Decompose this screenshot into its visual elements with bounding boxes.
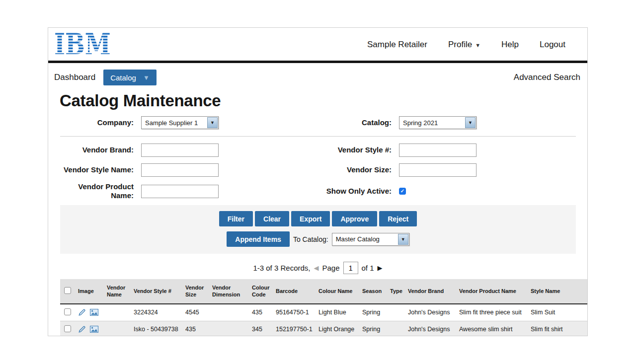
vendor-brand-group: Vendor Brand: (60, 144, 219, 157)
form-divider (60, 136, 576, 137)
filter-button[interactable]: Filter (219, 211, 253, 226)
cell-style-name: Slim Suit (530, 304, 587, 321)
export-button[interactable]: Export (291, 211, 330, 226)
table-row: 3224324454543595164750-1Light BlueSpring… (60, 304, 587, 321)
page-number-input[interactable] (343, 262, 358, 274)
cell-image (77, 304, 106, 321)
top-header: IBM Sample Retailer Profile▼ Help Logout (48, 28, 587, 61)
app-window: IBM Sample Retailer Profile▼ Help Logout… (48, 27, 588, 336)
column-header: Colour Code (251, 279, 275, 304)
image-icon[interactable] (90, 309, 98, 316)
vendor-product-name-input[interactable] (141, 185, 219, 198)
vendor-brand-label: Vendor Brand: (60, 146, 134, 154)
cell-vendor-brand: John's Designs (407, 304, 458, 321)
cell-vendor-size: 435 (184, 321, 211, 336)
form-row-company-catalog: Company: Sample Supplier 1 ▼ Catalog: Sp… (60, 115, 587, 130)
top-nav: Sample Retailer Profile▼ Help Logout (367, 40, 565, 50)
prev-page-icon[interactable]: ◀ (314, 264, 318, 272)
records-count: 1-3 of 3 Records, (253, 264, 310, 272)
cell-vendor-brand: John's Designs (407, 321, 458, 336)
of-total-label: of 1 (362, 264, 374, 272)
chevron-down-icon: ▼ (143, 74, 150, 81)
column-header: Type (389, 279, 407, 304)
clear-button[interactable]: Clear (255, 211, 289, 226)
nav-catalog-dropdown[interactable]: Catalog ▼ (103, 70, 157, 85)
page-title: Catalog Maintenance (60, 91, 587, 110)
vendor-brand-input[interactable] (141, 144, 219, 157)
cell-vendor-product-name: Slim fit three piece suit (458, 304, 530, 321)
retailer-name: Sample Retailer (367, 40, 427, 50)
image-icon[interactable] (90, 326, 98, 333)
cell-type (389, 321, 407, 336)
next-page-icon[interactable]: ▶ (378, 264, 383, 272)
append-items-button[interactable]: Append Items (227, 231, 290, 247)
cell-vendor-dimension (211, 321, 251, 336)
profile-menu[interactable]: Profile▼ (448, 40, 480, 50)
to-catalog-select-value: Master Catalog (332, 235, 398, 243)
filter-form: Company: Sample Supplier 1 ▼ Catalog: Sp… (48, 115, 587, 200)
cell-barcode: 95164750-1 (275, 304, 318, 321)
column-header: Image (77, 279, 106, 304)
chevron-down-icon: ▼ (475, 42, 480, 48)
reject-button[interactable]: Reject (379, 211, 417, 226)
cell-select (60, 321, 77, 336)
show-only-active-checkbox[interactable] (399, 188, 406, 195)
vendor-size-label: Vendor Size: (277, 165, 392, 174)
cell-type (389, 304, 407, 321)
column-header: Barcode (275, 279, 318, 304)
cell-vendor-size: 4545 (184, 304, 211, 321)
edit-icon[interactable] (78, 326, 85, 333)
row-checkbox[interactable] (64, 325, 71, 332)
cell-season: Spring (361, 304, 389, 321)
dropdown-arrow-icon: ▼ (207, 117, 218, 128)
vendor-size-input[interactable] (399, 163, 477, 177)
table-body: 3224324454543595164750-1Light BlueSpring… (60, 304, 587, 336)
nav-dashboard[interactable]: Dashboard (54, 73, 95, 82)
table-row: Isko - 50439738435345152197750-1Light Or… (60, 321, 587, 336)
vendor-style-name-input[interactable] (141, 163, 219, 177)
vendor-style-group: Vendor Style #: (277, 144, 477, 157)
row-checkbox[interactable] (64, 308, 71, 315)
nav-catalog-label: Catalog (110, 73, 136, 82)
append-row: Append Items To Catalog: Master Catalog … (60, 231, 576, 247)
column-header: Vendor Size (184, 279, 211, 304)
column-header: Style Name (530, 279, 587, 304)
ibm-logo-graphic: IBM (54, 31, 112, 58)
select-all-checkbox[interactable] (64, 287, 71, 294)
column-header: Vendor Brand (407, 279, 458, 304)
catalog-select-value: Spring 2021 (399, 119, 465, 127)
ibm-logo: IBM (54, 31, 112, 58)
vendor-style-name-label: Vendor Style Name: (60, 165, 134, 174)
catalog-select[interactable]: Spring 2021 ▼ (399, 116, 477, 129)
action-band: Filter Clear Export Approve Reject Appen… (60, 205, 576, 254)
svg-text:IBM: IBM (54, 31, 111, 58)
column-header: Vendor Dimension (211, 279, 251, 304)
page-label: Page (322, 264, 339, 272)
help-link[interactable]: Help (501, 40, 519, 50)
cell-colour-name: Light Orange (318, 321, 361, 336)
vendor-product-name-group: Vendor Product Name: (60, 182, 219, 200)
cell-style-name: Slim fit shirt (530, 321, 587, 336)
cell-vendor-product-name: Awesome slim shirt (458, 321, 530, 336)
edit-icon[interactable] (78, 309, 85, 316)
vendor-style-input[interactable] (399, 144, 477, 157)
cell-vendor-style: 3224324 (133, 304, 184, 321)
company-select[interactable]: Sample Supplier 1 ▼ (141, 116, 219, 129)
advanced-search-link[interactable]: Advanced Search (514, 73, 580, 82)
approve-button[interactable]: Approve (332, 211, 377, 226)
cell-barcode: 152197750-1 (275, 321, 318, 336)
cell-colour-code: 435 (251, 304, 275, 321)
vendor-size-group: Vendor Size: (277, 163, 477, 177)
profile-label: Profile (448, 40, 472, 50)
cell-vendor-name (106, 321, 133, 336)
cell-vendor-dimension (211, 304, 251, 321)
logout-link[interactable]: Logout (540, 40, 565, 50)
to-catalog-select[interactable]: Master Catalog ▼ (332, 233, 409, 246)
column-header: Season (361, 279, 389, 304)
company-label: Company: (60, 118, 134, 127)
show-only-active-label: Show Only Active: (277, 187, 392, 196)
table-header-row: ImageVendor NameVendor Style #Vendor Siz… (60, 279, 587, 304)
cell-select (60, 304, 77, 321)
cell-image (77, 321, 106, 336)
dropdown-arrow-icon: ▼ (398, 234, 408, 245)
